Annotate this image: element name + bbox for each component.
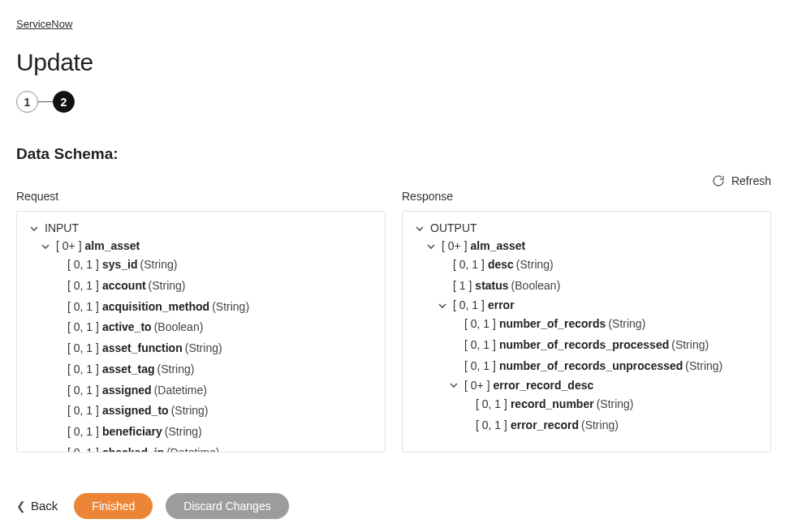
schema-field: [ 0, 1 ]checked_in(Datetime) (51, 443, 377, 453)
field-type: (Boolean) (511, 277, 561, 295)
back-label: Back (31, 499, 58, 513)
chevron-down-icon (448, 380, 459, 391)
field-name: asset_function (102, 340, 183, 358)
chevron-down-icon (40, 241, 51, 252)
schema-field: [ 0, 1 ]active_to(Boolean) (51, 317, 377, 338)
refresh-icon (712, 174, 725, 187)
field-cardinality: [ 0, 1 ] (67, 256, 99, 274)
response-label: Response (402, 190, 771, 203)
field-cardinality: [ 0, 1 ] (464, 358, 496, 375)
schema-field: [ 0, 1 ]asset_tag(String) (51, 359, 377, 380)
request-panel: Request INPUT [ 0+ ] (16, 190, 386, 453)
schema-field: [ 0, 1 ]desc(String) (437, 255, 762, 276)
chevron-down-icon (28, 223, 40, 234)
section-heading: Data Schema: (16, 145, 789, 163)
chevron-down-icon (437, 300, 448, 311)
field-name: error_record_desc (494, 377, 594, 395)
field-name: status (475, 277, 508, 295)
schema-field: [ 0, 1 ]sys_id(String) (51, 255, 377, 276)
field-name: desc (488, 256, 514, 274)
field-cardinality: [ 0, 1 ] (67, 402, 99, 420)
response-panel: Response OUTPUT (402, 190, 771, 453)
field-type: (Boolean) (154, 319, 204, 337)
field-type: (String) (671, 337, 709, 354)
tree-group-error[interactable]: [ 0, 1 ] error (437, 297, 762, 315)
schema-field: [ 0, 1 ]error_record(String) (459, 415, 762, 436)
step-connector (38, 101, 53, 102)
field-cardinality: [ 0+ ] (464, 377, 490, 395)
field-cardinality: [ 0, 1 ] (464, 337, 496, 354)
field-name: active_to (102, 319, 152, 337)
field-type: (Datetime) (166, 444, 219, 453)
field-cardinality: [ 0, 1 ] (453, 256, 485, 274)
step-1[interactable]: 1 (16, 91, 38, 113)
schema-field: [ 1 ]status(Boolean) (437, 276, 762, 297)
field-cardinality: [ 0, 1 ] (476, 417, 507, 435)
field-cardinality: [ 0, 1 ] (67, 340, 99, 358)
field-type: (String) (185, 340, 222, 358)
finished-button[interactable]: Finished (74, 493, 153, 519)
schema-field: [ 0, 1 ]asset_function(String) (51, 338, 377, 359)
tree-root-output[interactable]: OUTPUT (414, 220, 762, 238)
tree-root-label: OUTPUT (430, 220, 477, 238)
schema-field: [ 0, 1 ]acquisition_method(String) (51, 297, 377, 318)
field-name: asset_tag (102, 361, 155, 379)
field-name: alm_asset (85, 238, 140, 255)
field-cardinality: [ 0, 1 ] (67, 319, 99, 337)
field-type: (String) (597, 396, 634, 414)
schema-field: [ 0, 1 ]assigned(Datetime) (51, 380, 377, 401)
field-name: assigned (102, 382, 152, 400)
field-type: (String) (685, 358, 722, 375)
field-type: (String) (157, 361, 195, 379)
field-cardinality: [ 0, 1 ] (67, 361, 99, 379)
field-cardinality: [ 0, 1 ] (67, 298, 99, 316)
field-name: record_number (511, 396, 594, 414)
field-cardinality: [ 0, 1 ] (67, 382, 99, 400)
field-name: alm_asset (471, 238, 526, 255)
tree-group-error-record-desc[interactable]: [ 0+ ] error_record_desc (448, 377, 762, 395)
footer: ❮ Back Finished Discard Changes (13, 492, 289, 519)
field-type: (String) (581, 417, 619, 435)
field-cardinality: [ 0, 1 ] (67, 423, 99, 441)
tree-root-input[interactable]: INPUT (28, 220, 377, 238)
field-cardinality: [ 0+ ] (56, 238, 82, 255)
field-cardinality: [ 1 ] (453, 277, 472, 295)
chevron-left-icon: ❮ (16, 500, 26, 513)
schema-field: [ 0, 1 ]account(String) (51, 276, 377, 297)
stepper: 1 2 (16, 91, 789, 113)
field-cardinality: [ 0, 1 ] (453, 297, 485, 315)
field-type: (String) (149, 277, 186, 295)
field-cardinality: [ 0, 1 ] (67, 277, 99, 295)
field-name: checked_in (102, 444, 164, 453)
response-box: OUTPUT [ 0+ ] alm_asset [ 0, 1 ]desc(Str… (402, 211, 771, 453)
field-name: assigned_to (102, 402, 169, 420)
back-button[interactable]: ❮ Back (13, 492, 61, 519)
field-type: (String) (212, 298, 249, 316)
step-2[interactable]: 2 (53, 91, 75, 113)
tree-root-label: INPUT (45, 220, 79, 238)
schema-field: [ 0, 1 ]number_of_records_unprocessed(St… (448, 356, 762, 377)
chevron-down-icon (414, 223, 425, 234)
tree-group-alm-asset[interactable]: [ 0+ ] alm_asset (425, 238, 762, 255)
field-cardinality: [ 0, 1 ] (67, 444, 99, 453)
schema-field: [ 0, 1 ]assigned_to(String) (51, 401, 377, 422)
field-name: error_record (511, 417, 579, 435)
discard-button[interactable]: Discard Changes (166, 493, 288, 519)
refresh-label: Refresh (731, 174, 771, 187)
schema-field: [ 0, 1 ]number_of_records(String) (448, 314, 762, 335)
schema-field: [ 0, 1 ]record_number(String) (459, 394, 762, 415)
refresh-button[interactable]: Refresh (16, 174, 771, 187)
field-type: (String) (140, 256, 178, 274)
breadcrumb[interactable]: ServiceNow (16, 18, 72, 30)
field-cardinality: [ 0, 1 ] (476, 396, 507, 414)
schema-field: [ 0, 1 ]number_of_records_processed(Stri… (448, 335, 762, 356)
tree-group-alm-asset[interactable]: [ 0+ ] alm_asset (40, 238, 377, 255)
field-type: (String) (171, 402, 209, 420)
field-name: sys_id (102, 256, 138, 274)
field-name: beneficiary (102, 423, 162, 441)
field-name: number_of_records_unprocessed (499, 358, 683, 375)
request-box: INPUT [ 0+ ] alm_asset [ 0, 1 ]sys_id(St… (16, 211, 386, 453)
field-type: (String) (165, 423, 202, 441)
chevron-down-icon (425, 241, 437, 252)
field-cardinality: [ 0+ ] (442, 238, 468, 255)
